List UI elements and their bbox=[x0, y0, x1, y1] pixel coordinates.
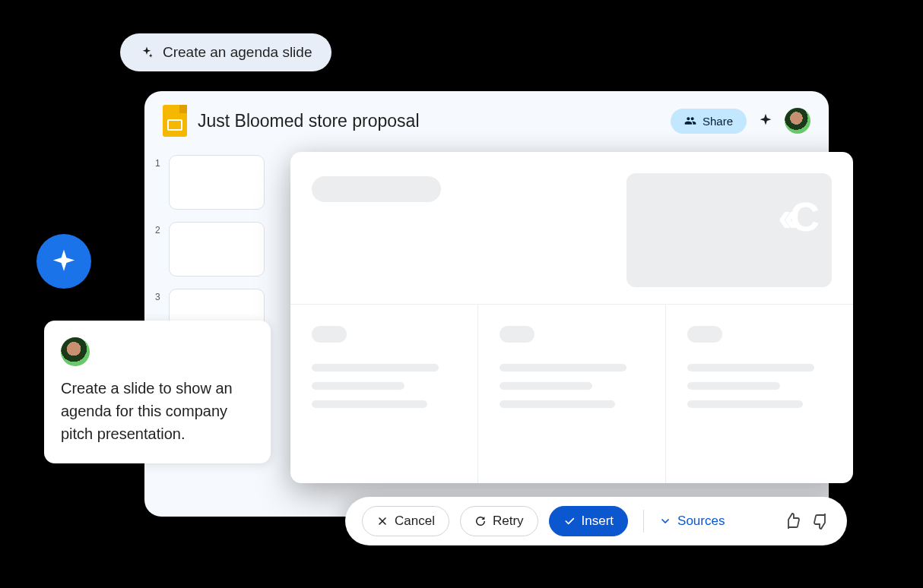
slide-number: 3 bbox=[155, 289, 163, 302]
people-icon bbox=[684, 115, 696, 127]
insert-label: Insert bbox=[582, 514, 614, 529]
cancel-button[interactable]: Cancel bbox=[362, 506, 449, 536]
slide-number: 1 bbox=[155, 155, 163, 169]
retry-label: Retry bbox=[493, 514, 524, 529]
generated-slide-preview: ‹‹C bbox=[290, 152, 853, 483]
cancel-label: Cancel bbox=[395, 514, 435, 529]
slide-thumbnail[interactable] bbox=[169, 222, 265, 277]
action-bar: Cancel Retry Insert Sources bbox=[345, 497, 847, 545]
placeholder-column bbox=[290, 305, 477, 483]
retry-button[interactable]: Retry bbox=[460, 506, 538, 536]
placeholder-column bbox=[665, 305, 853, 483]
placeholder-image: ‹‹C bbox=[626, 173, 832, 287]
placeholder-logo: ‹‹C bbox=[778, 193, 812, 240]
share-label: Share bbox=[703, 115, 733, 128]
user-avatar[interactable] bbox=[785, 108, 810, 134]
slide-thumbnail[interactable] bbox=[169, 155, 265, 210]
suggestion-label: Create an agenda slide bbox=[163, 44, 312, 61]
prompt-text: Create a slide to show an agenda for thi… bbox=[61, 377, 254, 445]
google-slides-icon bbox=[163, 105, 187, 137]
close-icon bbox=[376, 515, 389, 527]
placeholder-column bbox=[477, 305, 665, 483]
gemini-sparkle-icon[interactable] bbox=[757, 112, 774, 129]
chevron-down-icon bbox=[659, 515, 671, 527]
check-icon bbox=[563, 515, 576, 527]
refresh-icon bbox=[474, 515, 487, 527]
slide-thumbnail-row: 1 bbox=[155, 155, 277, 210]
slide-thumbnail-row: 2 bbox=[155, 222, 277, 277]
suggestion-chip[interactable]: Create an agenda slide bbox=[120, 33, 331, 71]
divider bbox=[643, 510, 644, 533]
prompt-card: Create a slide to show an agenda for thi… bbox=[44, 321, 271, 463]
thumbs-down-button[interactable] bbox=[812, 512, 830, 530]
user-avatar bbox=[61, 337, 90, 366]
placeholder-title bbox=[312, 176, 441, 202]
share-button[interactable]: Share bbox=[671, 109, 747, 134]
app-header: Just Bloomed store proposal Share bbox=[144, 91, 829, 144]
slide-number: 2 bbox=[155, 222, 163, 236]
sources-toggle[interactable]: Sources bbox=[659, 514, 725, 529]
sparkle-icon bbox=[51, 248, 77, 274]
insert-button[interactable]: Insert bbox=[549, 506, 629, 536]
thumbs-up-button[interactable] bbox=[783, 512, 801, 530]
document-title[interactable]: Just Bloomed store proposal bbox=[198, 111, 660, 131]
gemini-badge[interactable] bbox=[36, 234, 91, 289]
sparkle-icon bbox=[140, 46, 154, 59]
sources-label: Sources bbox=[677, 514, 725, 529]
